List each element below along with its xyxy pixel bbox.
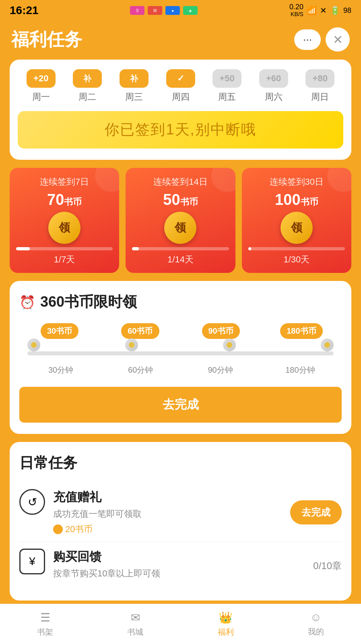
day-label-fri: 周五 xyxy=(218,91,236,103)
collect-btn-7[interactable]: 领 xyxy=(48,212,80,244)
day-badge-mon: +20 xyxy=(27,69,56,88)
battery-level: 98 xyxy=(343,6,351,15)
reading-dot-2 xyxy=(125,339,138,351)
status-right: 0.20 KB/S 📶 ✕ 🔋 98 xyxy=(289,3,351,17)
milestone-reward-30: 100书币 xyxy=(275,191,318,208)
day-item-wed: 补 周三 xyxy=(111,69,157,103)
task-desc-purchase: 按章节购买10章以上即可领 xyxy=(53,568,305,580)
day-item-fri: +50 周五 xyxy=(204,69,250,103)
day-badge-sat: +60 xyxy=(259,69,288,88)
section-header-reading: ⏰ 360书币限时领 xyxy=(19,292,342,312)
time-label-180: 180分钟 xyxy=(260,365,340,376)
progress-fill-30 xyxy=(248,247,251,250)
reading-badges-row: 30书币 60书币 90书币 180书币 xyxy=(19,323,342,339)
go-complete-reading-btn[interactable]: 去完成 xyxy=(19,387,342,423)
time-label-60: 60分钟 xyxy=(101,365,180,376)
time-label-90: 90分钟 xyxy=(181,365,260,376)
collect-btn-14[interactable]: 领 xyxy=(164,212,196,244)
day-badge-sun: +80 xyxy=(305,69,334,88)
day-item-tue: 补 周二 xyxy=(64,69,111,103)
day-badge-tue: 补 xyxy=(73,69,102,88)
signal-icon: ✕ xyxy=(320,6,327,15)
app-icon-4: ◈ xyxy=(183,6,198,15)
task-item-recharge: ↺ 充值赠礼 成功充值一笔即可领取 20书币 去完成 xyxy=(19,483,342,542)
status-time: 16:21 xyxy=(10,4,39,17)
app-icon-3: ● xyxy=(165,6,180,15)
network-speed: 0.20 KB/S xyxy=(289,3,303,17)
task-item-purchase: ¥ 购买回馈 按章节购买10章以上即可领 0/10章 xyxy=(19,542,342,589)
welfare-icon: 👑 xyxy=(219,611,233,624)
clock-icon: ⏰ xyxy=(19,295,35,310)
milestone-card-14: 连续签到14日 50书币 领 1/14天 xyxy=(126,168,235,273)
days-row: +20 周一 补 周二 补 周三 ✓ 周四 +50 周五 +60 周六 xyxy=(18,69,343,103)
milestone-title-7: 连续签到7日 xyxy=(40,176,89,188)
reading-dot-1 xyxy=(27,339,40,351)
nav-mine[interactable]: ☺ 我的 xyxy=(271,604,361,644)
milestone-reward-7: 70书币 xyxy=(47,191,82,208)
progress-bg-30 xyxy=(248,247,345,250)
progress-bg-7 xyxy=(16,247,113,250)
reading-section-title: 360书币限时领 xyxy=(40,292,137,312)
progress-bg-14 xyxy=(132,247,229,250)
day-label-thu: 周四 xyxy=(172,91,190,103)
reading-dots-container xyxy=(27,347,334,360)
reading-milestone-180: 180书币 xyxy=(261,323,342,339)
nav-bookshelf[interactable]: ☰ 书架 xyxy=(0,604,90,644)
coin-icon-recharge xyxy=(53,524,63,534)
status-icons: S M ● ◈ xyxy=(130,6,198,15)
reading-badge-180: 180书币 xyxy=(280,323,322,339)
checkin-card: +20 周一 补 周二 补 周三 ✓ 周四 +50 周五 +60 周六 xyxy=(10,60,351,160)
nav-bookstore[interactable]: ✉ 书城 xyxy=(90,604,180,644)
task-info-purchase: 购买回馈 按章节购买10章以上即可领 xyxy=(53,549,305,583)
milestone-card-7: 连续签到7日 70书币 领 1/7天 xyxy=(10,168,119,273)
reading-milestone-90: 90书币 xyxy=(181,323,261,339)
page-title: 福利任务 xyxy=(11,28,82,52)
reading-badge-30: 30书币 xyxy=(41,323,78,339)
reading-badge-90: 90书币 xyxy=(202,323,240,339)
task-name-purchase: 购买回馈 xyxy=(53,549,305,565)
milestone-reward-14: 50书币 xyxy=(163,191,198,208)
reading-badge-60: 60书币 xyxy=(121,323,159,339)
checkin-banner: 你已签到1天,别中断哦 xyxy=(18,111,343,149)
day-item-thu: ✓ 周四 xyxy=(157,69,204,103)
day-item-sun: +80 周日 xyxy=(297,69,343,103)
progress-fill-14 xyxy=(132,247,139,250)
day-label-tue: 周二 xyxy=(78,91,96,103)
wifi-icon: 📶 xyxy=(307,6,317,15)
reading-dot-4 xyxy=(321,339,334,351)
main-content: +20 周一 补 周二 补 周三 ✓ 周四 +50 周五 +60 周六 xyxy=(0,60,361,644)
app-icon-1: S xyxy=(130,6,144,15)
nav-welfare[interactable]: 👑 福利 xyxy=(181,604,271,644)
day-item-sat: +60 周六 xyxy=(250,69,297,103)
task-reward-recharge: 20书币 xyxy=(53,523,282,535)
status-bar: 16:21 S M ● ◈ 0.20 KB/S 📶 ✕ 🔋 98 xyxy=(0,0,361,21)
nav-label-bookshelf: 书架 xyxy=(37,627,53,638)
time-label-30: 30分钟 xyxy=(21,365,101,376)
day-label-mon: 周一 xyxy=(32,91,50,103)
reading-milestone-60: 60书币 xyxy=(100,323,180,339)
milestone-card-30: 连续签到30日 100书币 领 1/30天 xyxy=(242,168,351,273)
header: 福利任务 ··· ✕ xyxy=(0,21,361,60)
collect-btn-30[interactable]: 领 xyxy=(281,212,313,244)
app-icon-2: M xyxy=(148,6,162,15)
recharge-icon: ↺ xyxy=(19,489,45,515)
reading-track-container xyxy=(27,345,334,361)
reading-time-section: ⏰ 360书币限时领 30书币 60书币 90书币 180书币 xyxy=(10,281,351,434)
purchase-icon: ¥ xyxy=(19,549,45,574)
milestone-title-30: 连续签到30日 xyxy=(270,176,324,188)
header-actions: ··· ✕ xyxy=(294,27,350,52)
task-action-recharge[interactable]: 去完成 xyxy=(290,500,342,524)
battery-icon: 🔋 xyxy=(330,6,340,15)
more-button[interactable]: ··· xyxy=(294,29,321,50)
bookshelf-icon: ☰ xyxy=(40,611,50,624)
close-button[interactable]: ✕ xyxy=(326,27,350,52)
milestone-days-14: 1/14天 xyxy=(167,254,194,266)
reading-dot-3 xyxy=(223,339,236,351)
reading-milestone-30: 30书币 xyxy=(19,323,100,339)
progress-fill-7 xyxy=(16,247,30,250)
task-progress-purchase: 0/10章 xyxy=(313,559,342,572)
daily-tasks-title: 日常任务 xyxy=(19,453,342,473)
mine-icon: ☺ xyxy=(310,611,322,624)
task-name-recharge: 充值赠礼 xyxy=(53,489,282,506)
milestone-days-7: 1/7天 xyxy=(54,254,75,266)
